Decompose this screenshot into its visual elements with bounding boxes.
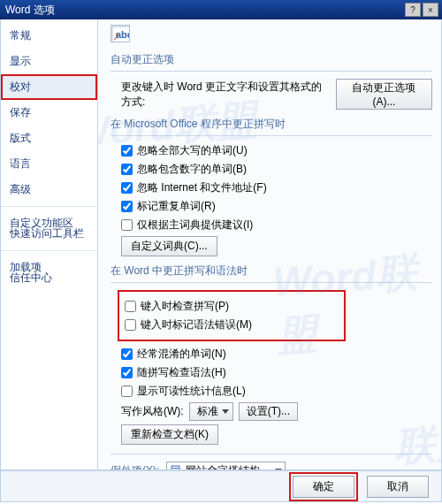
chk-main-dict-only[interactable] [121, 219, 133, 231]
ok-button[interactable]: 确定 [293, 476, 354, 498]
cancel-button[interactable]: 取消 [367, 476, 429, 498]
sidebar-item-proofing[interactable]: 校对 [1, 74, 97, 100]
chk-ignore-urls[interactable] [121, 182, 133, 194]
section-autocorrect-head: 自动更正选项 [110, 52, 432, 67]
sidebar-item-advanced[interactable]: 高级 [1, 177, 97, 202]
highlight-box-ok: 确定 [289, 472, 358, 501]
divider [110, 282, 432, 283]
chk-readability[interactable] [121, 386, 133, 397]
window-title: Word 选项 [4, 3, 403, 18]
section-icon: abc [110, 25, 432, 45]
divider [110, 135, 432, 136]
writing-style-select[interactable]: 标准 [189, 402, 233, 421]
section-word-spell-head: 在 Word 中更正拼写和语法时 [110, 263, 432, 279]
grammar-settings-button[interactable]: 设置(T)... [239, 402, 298, 421]
content: 常规 显示 校对 保存 版式 语言 高级 自定义功能区 快速访问工具栏 加载项 … [0, 19, 442, 470]
lbl-flag-repeated: 标记重复单词(R) [137, 199, 216, 214]
divider [110, 454, 432, 454]
writing-style-value: 标准 [197, 404, 218, 419]
autocorrect-row: 更改键入时 Word 更正文字和设置其格式的方式: 自动更正选项(A)... [121, 79, 432, 110]
main-panel: Word联盟 Word联盟 联盟 abc 自动更正选项 更改键入时 Word 更… [98, 19, 441, 470]
chevron-down-icon [275, 469, 282, 470]
close-button[interactable]: × [423, 3, 438, 17]
lbl-mark-grammar-typing: 键入时标记语法错误(M) [141, 317, 252, 332]
lbl-main-dict-only: 仅根据主词典提供建议(I) [137, 218, 253, 233]
sidebar-item-layout[interactable]: 版式 [1, 126, 97, 151]
sidebar: 常规 显示 校对 保存 版式 语言 高级 自定义功能区 快速访问工具栏 加载项 … [1, 19, 98, 470]
lbl-grammar-with-spelling: 随拼写检查语法(H) [137, 365, 226, 380]
lbl-ignore-uppercase: 忽略全部大写的单词(U) [137, 143, 248, 158]
lbl-ignore-urls: 忽略 Internet 和文件地址(F) [137, 180, 267, 195]
svg-text:abc: abc [116, 29, 130, 40]
divider [110, 71, 432, 72]
chk-mark-grammar-typing[interactable] [125, 319, 136, 331]
chk-grammar-with-spelling[interactable] [121, 367, 133, 378]
sidebar-item-customize-ribbon[interactable]: 自定义功能区 [1, 206, 97, 221]
autocorrect-options-button[interactable]: 自动更正选项(A)... [336, 79, 432, 110]
writing-style-label: 写作风格(W): [121, 404, 184, 419]
svg-rect-3 [172, 468, 179, 469]
exceptions-file-select[interactable]: 网站金字塔结构.docx [166, 462, 286, 470]
lbl-ignore-numbers: 忽略包含数字的单词(B) [137, 162, 247, 177]
svg-rect-4 [172, 470, 179, 470]
exceptions-file-name: 网站金字塔结构.docx [186, 463, 271, 470]
sidebar-item-display[interactable]: 显示 [1, 49, 97, 74]
help-button[interactable]: ? [405, 3, 421, 17]
highlight-box-spellcheck: 键入时检查拼写(P) 键入时标记语法错误(M) [118, 290, 346, 341]
lbl-readability: 显示可读性统计信息(L) [137, 384, 246, 399]
lbl-confused-words: 经常混淆的单词(N) [137, 347, 226, 362]
lbl-check-spelling-typing: 键入时检查拼写(P) [141, 299, 229, 314]
recheck-document-button[interactable]: 重新检查文档(K) [121, 424, 218, 445]
chk-confused-words[interactable] [121, 348, 133, 360]
document-icon [170, 465, 182, 470]
section-office-spell-head: 在 Microsoft Office 程序中更正拼写时 [110, 117, 432, 132]
sidebar-item-save[interactable]: 保存 [1, 100, 97, 126]
sidebar-item-general[interactable]: 常规 [1, 23, 97, 49]
chk-ignore-uppercase[interactable] [121, 145, 133, 157]
title-bar: Word 选项 ? × [0, 0, 442, 19]
sidebar-item-language[interactable]: 语言 [1, 151, 97, 177]
custom-dictionaries-button[interactable]: 自定义词典(C)... [121, 236, 217, 256]
autocorrect-label: 更改键入时 Word 更正文字和设置其格式的方式: [121, 80, 331, 110]
sidebar-item-addins[interactable]: 加载项 [1, 250, 97, 265]
chk-ignore-numbers[interactable] [121, 164, 133, 175]
exceptions-label: 例外项(X): [110, 463, 159, 470]
chevron-down-icon [222, 409, 229, 414]
chk-check-spelling-typing[interactable] [125, 301, 136, 312]
chk-flag-repeated[interactable] [121, 201, 133, 212]
dialog-footer: 确定 取消 [0, 470, 442, 502]
